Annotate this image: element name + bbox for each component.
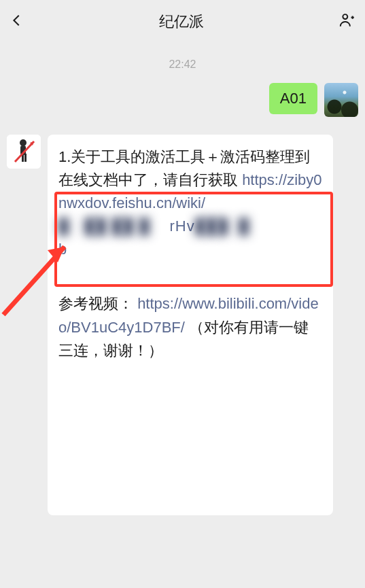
their-avatar[interactable] bbox=[7, 135, 41, 169]
svg-point-0 bbox=[343, 14, 347, 19]
msg-text-2a: 参考视频： bbox=[58, 295, 133, 312]
timestamp: 22:42 bbox=[7, 58, 358, 71]
outgoing-bubble[interactable]: A01 bbox=[269, 83, 317, 114]
chat-title: 纪亿派 bbox=[159, 12, 204, 32]
incoming-bubble[interactable]: 1.关于工具的激活工具＋激活码整理到在线文档中了，请自行获取 https://z… bbox=[48, 135, 333, 515]
svg-point-4 bbox=[20, 139, 27, 146]
outgoing-message-row: A01 bbox=[7, 83, 358, 117]
blurred-tail: b bbox=[58, 241, 67, 258]
back-icon[interactable] bbox=[10, 13, 24, 31]
svg-rect-7 bbox=[24, 154, 27, 162]
blurred-text: █ ██ ██ █ rHv███ █ bbox=[58, 218, 249, 235]
my-avatar[interactable] bbox=[324, 83, 358, 117]
contact-profile-icon[interactable] bbox=[338, 12, 355, 32]
incoming-message-row: 1.关于工具的激活工具＋激活码整理到在线文档中了，请自行获取 https://z… bbox=[7, 135, 358, 515]
